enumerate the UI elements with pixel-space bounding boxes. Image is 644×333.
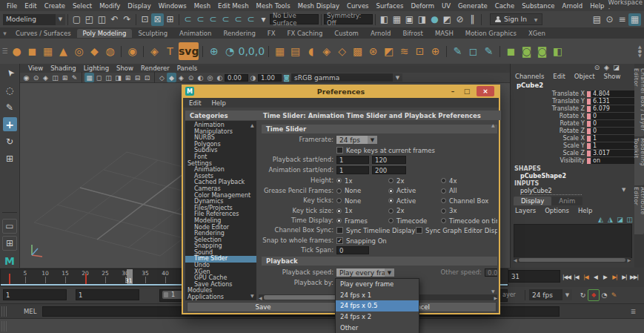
command-line-grip[interactable] [1,306,7,317]
menu-create[interactable]: Create [41,2,69,10]
bookmark-icon[interactable]: ◈ [41,73,50,82]
option-3x[interactable]: 3x [441,206,457,216]
scroll-left-icon[interactable]: ◀ [259,295,262,300]
exposure-icon[interactable]: ◐ [215,73,225,82]
scroll-right-icon[interactable]: ▶ [627,257,631,263]
shelf-tab-animation[interactable]: Animation [173,29,217,38]
quad-draw-icon[interactable]: ▩ [351,42,365,60]
menu-uv[interactable]: UV [438,2,454,10]
poly-disc-icon[interactable]: ◍ [103,42,117,60]
dropdown-option-24-fps-x-1[interactable]: 24 fps x 1 [336,290,419,301]
shelf-tab-xgen[interactable]: XGen [522,29,551,38]
tick-span-field[interactable]: 0 [336,246,369,254]
node-name[interactable]: pCube2 [517,82,543,89]
select-tool-icon[interactable]: ➤ [0,63,19,83]
sync-timeline-checkbox[interactable] [336,227,343,234]
go-to-end-button[interactable]: ▶▶| [629,270,639,283]
time-node-icon[interactable]: ◔ [222,42,236,60]
playback-section-bar[interactable]: Playback [262,257,497,266]
shelf-tab-fx-caching[interactable]: FX Caching [282,29,329,38]
option-timecode[interactable]: Timecode [388,216,427,225]
keyed-channel-chip[interactable] [587,121,591,127]
layer-menu-options[interactable]: Options [545,207,569,214]
animation-end-field[interactable]: 200 [372,166,406,174]
scroll-right-icon[interactable]: ▶ [494,295,497,300]
menu-mesh-tools[interactable]: Mesh Tools [253,2,294,10]
preferences-clock-icon[interactable]: ◔ [600,290,609,300]
sync-graph-option[interactable]: Sync Graph Editor Display [416,225,497,235]
save-scene-icon[interactable]: ◫ [96,13,108,26]
redo-icon[interactable]: ↷ [121,13,133,26]
maximize-button[interactable]: □ [461,86,473,96]
select-component-icon[interactable]: ⊞ [164,13,176,26]
radio-icon[interactable] [388,178,394,183]
poly-plane-icon[interactable]: ◆ [87,42,102,60]
scroll-down-icon[interactable]: ▼ [638,53,642,58]
grease-pencil-icon[interactable]: ✎ [70,73,79,82]
panel-menu-panels[interactable]: Panels [173,65,201,72]
option-all[interactable]: All [441,186,457,196]
radio-icon[interactable] [441,198,446,203]
type-tool-icon[interactable]: T [163,42,177,60]
play-backwards-button[interactable]: ◀ [591,270,600,283]
boolean-slice-icon[interactable]: ◧ [551,42,565,60]
shelf-tab-bifrost[interactable]: Bifrost [396,29,428,38]
chevron-down-icon[interactable]: ▼ [622,187,625,193]
shaded-display-icon[interactable]: ◆ [167,73,176,82]
four-pane-layout-icon[interactable]: ⊞ [2,236,17,251]
menu-mesh[interactable]: Mesh [190,2,214,10]
stack-layers-icon[interactable]: ≋ [397,42,411,60]
select-object-icon[interactable]: ⊠ [151,13,164,26]
radio-icon[interactable] [336,218,342,223]
framerate-selector[interactable]: 24 fps ▼ [336,136,377,144]
pin-panel-icon[interactable]: ⊙ [592,63,602,73]
playback-speed-selector[interactable]: Play every frame ▼ [336,268,394,277]
shelf-tab-motion-graphics[interactable]: Motion Graphics [459,29,522,38]
time-slider-section-bar[interactable]: Time Slider [262,125,497,133]
new-empty-layer-icon[interactable]: ◪ [615,214,625,224]
menu-display[interactable]: Display [124,2,154,10]
radio-icon[interactable] [441,218,446,223]
snap-curve-icon[interactable]: ⊂ [194,13,207,26]
scroll-up-icon[interactable]: ▲ [250,122,254,128]
shelf-tab-poly-modeling[interactable]: Poly Modeling [77,29,133,38]
channel-value-field[interactable]: 0 [591,113,634,119]
shelf-tab-sculpting[interactable]: Sculpting [132,29,173,38]
save-button[interactable]: Save [187,302,339,312]
snapping-on-option[interactable]: Snapping On [336,236,387,245]
film-gate-icon[interactable]: ◻ [94,73,104,82]
radio-icon[interactable] [388,208,394,214]
rotate-tool-icon[interactable]: ↻ [3,134,17,148]
radio-icon[interactable] [388,188,394,194]
channel-box-menu-channels[interactable]: Channels [515,73,544,80]
sync-timeline-option[interactable]: Sync Timeline Display [336,225,415,235]
render-current-frame-icon[interactable]: ▦ [391,13,403,26]
layer-menu-help[interactable]: Help [578,207,592,214]
layer-move-down-icon[interactable]: ◮ [605,214,615,224]
grid-toggle-icon[interactable]: ▦ [84,73,94,82]
dialog-titlebar[interactable]: M Preferences – □ × [182,85,500,98]
menu-substance[interactable]: Substance [518,2,558,10]
wireframe-display-icon[interactable]: ◇ [157,73,167,82]
menu-help[interactable]: Help [586,2,608,10]
dropdown-option-24-fps-x-2[interactable]: 24 fps x 2 [336,311,419,323]
camera-attributes-icon[interactable]: ⊙ [31,73,41,82]
step-back-button[interactable]: |◀ [571,270,581,283]
image-plane-icon[interactable]: ◫ [50,73,60,82]
wire-cube-icon[interactable]: ◇ [335,42,349,60]
close-button[interactable]: × [477,86,494,96]
keyed-channel-chip[interactable] [587,128,591,134]
radio-icon[interactable] [388,218,394,223]
shelf-tab-rendering[interactable]: Rendering [217,29,261,38]
multi-cut-icon[interactable]: ▤ [288,42,302,60]
input-node[interactable]: polyCube2 [520,188,582,195]
gate-mask-icon[interactable]: ◨ [113,73,123,82]
boolean-union-icon[interactable]: ◼ [504,42,518,60]
humanik-toggle-icon[interactable]: ⊙ [603,13,616,26]
shape-node[interactable]: pCubeShape2 [520,173,566,179]
poly-wheel-icon[interactable]: ⊛ [366,42,380,60]
dialog-menu-edit[interactable]: Edit [189,99,201,107]
poly-smooth-cube-icon[interactable]: ▦ [41,42,55,60]
shelf-tab-fx[interactable]: FX [262,29,282,38]
scale-tool-icon[interactable]: ⊞ [3,151,17,165]
